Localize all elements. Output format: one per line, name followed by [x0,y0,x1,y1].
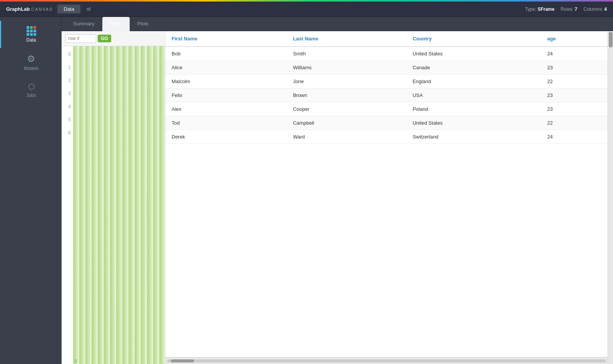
cell-age: 22 [541,75,608,88]
table-row: Bob Smith United States 24 [165,47,608,61]
row-sidebar: GO 0 1 2 3 4 5 6 6 [62,31,165,364]
cell-age: 24 [541,47,608,61]
v-scroll-thumb[interactable] [609,32,613,47]
cell-first-name: Alex [165,102,287,116]
table-row: Malcolm Jone England 22 [165,75,608,88]
data-icon [27,26,36,36]
sidebar-item-data[interactable]: Data [0,21,61,48]
main-layout: Data ⚙ Models ⬡ Jobs Summary Table Plots… [0,17,613,364]
tab-summary[interactable]: Summary [65,17,102,31]
cell-last-name: Ward [287,130,406,144]
cell-country: United States [406,47,541,61]
cell-country: United States [406,116,541,130]
column-header-first-name[interactable]: First Name [165,31,287,47]
header-sf-label: sf [87,6,90,12]
content-area: Summary Table Plots GO 0 1 2 3 4 [62,17,613,364]
table-header-row: First Name Last Name Country age [165,31,608,47]
cell-last-name: Jone [287,75,406,88]
cell-age: 23 [541,102,608,116]
models-icon: ⚙ [27,53,35,64]
cell-last-name: Brown [287,88,406,102]
sidebar-label-jobs: Jobs [26,93,36,98]
cell-last-name: Williams [287,61,406,75]
cell-last-name: Campbell [287,116,406,130]
header-tab-data[interactable]: Data [57,5,80,13]
cell-last-name: Smith [287,47,406,61]
app-logo-graphlab: GraphLab [6,6,30,12]
row-filter-go-button[interactable]: GO [98,35,111,42]
row-bottom-index: 6 [75,359,77,364]
cell-last-name: Cooper [287,102,406,116]
table-row: Alice Williams Canade 23 [165,61,608,75]
data-table-wrapper[interactable]: First Name Last Name Country age Bob Smi… [165,31,608,357]
columns-label: Columns: 4 [583,7,607,12]
cell-first-name: Alice [165,61,287,75]
table-section: GO 0 1 2 3 4 5 6 6 [62,31,613,364]
sidebar-item-models[interactable]: ⚙ Models [0,48,61,77]
cell-age: 23 [541,88,608,102]
jobs-icon: ⬡ [28,82,35,91]
row-filter-input[interactable] [65,34,96,43]
cell-country: Poland [406,102,541,116]
table-main: First Name Last Name Country age Bob Smi… [165,31,608,364]
data-table: First Name Last Name Country age Bob Smi… [165,31,608,144]
header-meta: Type: SFrame Rows: 7 Columns: 4 [525,7,607,12]
rows-label: Rows: 7 [561,7,577,12]
vertical-scrollbar[interactable] [608,31,613,364]
tab-bar: Summary Table Plots [62,17,613,31]
table-row: Alex Cooper Poland 23 [165,102,608,116]
app-logo-canvas: CANVAS [31,7,53,12]
horizontal-scrollbar[interactable] [165,357,608,364]
sidebar: Data ⚙ Models ⬡ Jobs [0,17,62,364]
cell-first-name: Tod [165,116,287,130]
table-row: Felix Brown USA 23 [165,88,608,102]
cell-first-name: Derek [165,130,287,144]
type-label: Type: SFrame [525,7,555,12]
cell-first-name: Malcolm [165,75,287,88]
sidebar-item-jobs[interactable]: ⬡ Jobs [0,77,61,104]
sidebar-label-models: Models [24,66,39,71]
table-row: Tod Campbell United States 22 [165,116,608,130]
cell-age: 24 [541,130,608,144]
cell-age: 22 [541,116,608,130]
row-filter: GO [62,31,165,46]
cell-country: Canade [406,61,541,75]
column-header-country[interactable]: Country [406,31,541,47]
cell-country: Switzerland [406,130,541,144]
cell-first-name: Bob [165,47,287,61]
table-row: Derek Ward Switzerland 24 [165,130,608,144]
sidebar-label-data: Data [26,37,36,43]
cell-country: England [406,75,541,88]
cell-first-name: Felix [165,88,287,102]
app-logo: GraphLab CANVAS [6,6,53,12]
column-header-age[interactable]: age [541,31,608,47]
app-header: GraphLab CANVAS Data sf Type: SFrame Row… [0,2,613,17]
cell-age: 23 [541,61,608,75]
scroll-thumb[interactable] [171,359,194,362]
tab-plots[interactable]: Plots [130,17,156,31]
cell-country: USA [406,88,541,102]
tab-table[interactable]: Table [102,17,130,31]
column-header-last-name[interactable]: Last Name [287,31,406,47]
scroll-track [167,359,606,362]
